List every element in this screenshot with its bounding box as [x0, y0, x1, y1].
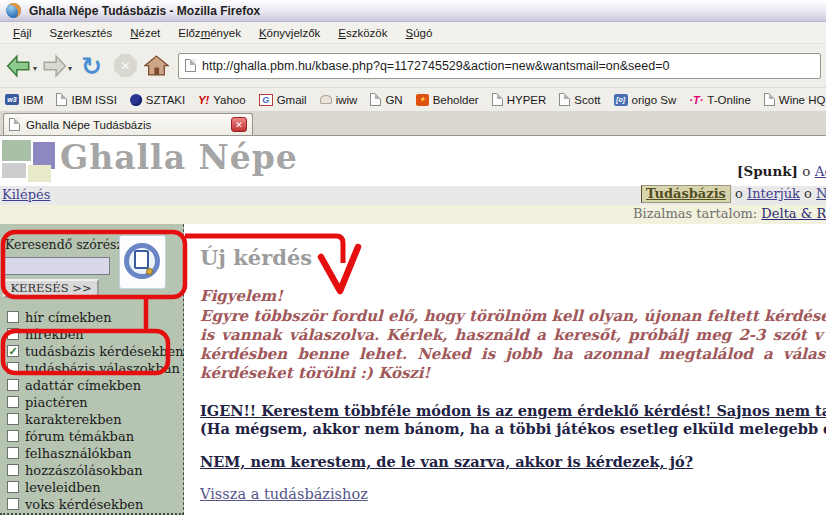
bookmark-origo[interactable]: [o]origo Sw: [614, 94, 677, 106]
search-button[interactable]: KERESÉS >>: [3, 279, 99, 298]
search-scope-list: hír címekben hírekben ✓tudásbázis kérdés…: [0, 309, 183, 513]
menu-bookmarks[interactable]: Könyvjelzők: [250, 24, 329, 42]
checkbox-checked[interactable]: ✓: [7, 345, 19, 357]
bookmark-scott[interactable]: Scott: [559, 93, 600, 106]
bookmarks-toolbar: w3IBM IBM ISSI SZTAKI Y!Yahoo GGmail iwi…: [0, 87, 826, 111]
home-button[interactable]: [144, 55, 169, 76]
checkbox-hozzaszolasokban[interactable]: hozzászólásokban: [0, 462, 183, 479]
checkbox[interactable]: [7, 464, 19, 476]
globe-icon: [130, 94, 142, 106]
page-icon: [764, 93, 775, 106]
nav-tudasbazis-active[interactable]: Tudásbázis: [641, 185, 731, 203]
checkbox-piacteren[interactable]: piactéren: [0, 394, 183, 411]
bookmark-ibm[interactable]: w3IBM: [5, 94, 43, 106]
bookmark-sztaki[interactable]: SZTAKI: [130, 94, 185, 106]
navigation-toolbar: ▾ ▾ ↻ ✕ http://ghalla.pbm.hu/kbase.php?q…: [0, 44, 826, 87]
search-sidebar: Keresendő szórész: KERESÉS >> hír címekb…: [0, 224, 184, 515]
checkbox[interactable]: [7, 430, 19, 442]
window-title: Ghalla Népe Tudásbázis - Mozilla Firefox: [29, 4, 260, 18]
checkbox[interactable]: [7, 481, 19, 493]
checkbox-voks-kerdesekben[interactable]: voks kérdésekben: [0, 496, 183, 513]
checkbox-forum-temakban[interactable]: fórum témákban: [0, 428, 183, 445]
tab-ghalla-nepe[interactable]: Ghalla Népe Tudásbázis ✕: [3, 113, 253, 135]
bookmark-iwiw[interactable]: iwiw: [320, 94, 358, 106]
menu-file[interactable]: Fájl: [4, 24, 41, 42]
page-icon: [9, 118, 20, 131]
bookmark-gn[interactable]: GN: [370, 93, 402, 106]
checkbox-tudasbazis-valaszokban[interactable]: tudásbázis válaszokban: [0, 360, 183, 377]
site-header: Ghalla Népe [Spunk] o Ad: [0, 136, 826, 186]
menu-history[interactable]: Előzmények: [169, 24, 250, 42]
checkbox[interactable]: [7, 362, 19, 374]
reload-icon[interactable]: ↻: [81, 53, 102, 79]
yes-searched-link[interactable]: IGEN!! Kerestem többféle módon is az eng…: [200, 402, 826, 419]
title-bar[interactable]: Ghalla Népe Tudásbázis - Mozilla Firefox: [0, 0, 826, 22]
no-searched-link[interactable]: NEM, nem kerestem, de le van szarva, akk…: [200, 453, 693, 471]
bookmark-winehq[interactable]: Wine HQ: [764, 93, 826, 106]
nav-interjuk-link[interactable]: Interjúk: [747, 186, 800, 201]
search-input[interactable]: [4, 257, 110, 275]
delta-rss-link[interactable]: Delta & RSS: [761, 206, 826, 221]
content-area: Keresendő szórész: KERESÉS >> hír címekb…: [0, 224, 826, 521]
checkbox-adattar-cimekben[interactable]: adattár címekben: [0, 377, 183, 394]
bookmark-hyper[interactable]: HYPER: [492, 93, 547, 106]
forward-arrow-icon: [41, 54, 67, 78]
page-icon: [56, 93, 67, 106]
t-online-icon: ·T·: [689, 94, 703, 106]
checkbox-leveleidben[interactable]: leveleidben: [0, 479, 183, 496]
checkbox[interactable]: [7, 447, 19, 459]
user-data-link[interactable]: Ad: [815, 163, 826, 179]
bookmark-yahoo[interactable]: Y!Yahoo: [198, 94, 245, 106]
bookmark-beholder[interactable]: ✦Beholder: [416, 94, 479, 106]
forward-dropdown-icon[interactable]: ▾: [68, 64, 72, 73]
close-icon[interactable]: ✕: [231, 117, 247, 132]
logo-square-cream: [28, 165, 51, 182]
back-arrow-icon: [6, 54, 32, 78]
yes-note: (Ha mégsem, akkor nem bánom, ha a többi …: [200, 420, 826, 437]
w3-icon: w3: [5, 94, 19, 105]
web-page: Ghalla Népe [Spunk] o Ad Kilépés Tudásbá…: [0, 136, 826, 521]
username: [Spunk]: [737, 163, 798, 179]
checkbox-hirekben[interactable]: hírekben: [0, 326, 183, 343]
firefox-icon: [6, 3, 21, 18]
logout-link[interactable]: Kilépés: [2, 187, 50, 202]
checkbox[interactable]: [7, 379, 19, 391]
gmail-icon: G: [259, 94, 273, 106]
bookmark-tonline[interactable]: ·T·T-Online: [689, 94, 751, 106]
checkbox[interactable]: [7, 396, 19, 408]
search-document-icon: [119, 235, 166, 289]
menu-help[interactable]: Súgó: [397, 24, 442, 42]
site-logo: Ghalla Népe: [60, 138, 298, 177]
choice-links: IGEN!! Kerestem többféle módon is az eng…: [200, 402, 826, 503]
document-sheet-icon: [134, 250, 149, 269]
page-title: Új kérdés: [200, 245, 826, 270]
url-bar[interactable]: http://ghalla.pbm.hu/kbase.php?q=1172745…: [178, 53, 821, 79]
checkbox[interactable]: [7, 328, 19, 340]
back-to-kb-link[interactable]: Vissza a tudásbázishoz: [200, 485, 368, 503]
menu-edit[interactable]: Szerkesztés: [41, 24, 122, 42]
trust-label: Bizalmas tartalom:: [633, 206, 757, 221]
main-content: Új kérdés Figyelem! Egyre többször fordu…: [184, 224, 826, 521]
warning-title: Figyelem!: [200, 287, 826, 306]
bookmark-ibm-issi[interactable]: IBM ISSI: [56, 93, 116, 106]
browser-window: Ghalla Népe Tudásbázis - Mozilla Firefox…: [0, 0, 826, 522]
back-button[interactable]: [6, 54, 32, 78]
beholder-icon: ✦: [416, 94, 429, 106]
checkbox-karakterekben[interactable]: karakterekben: [0, 411, 183, 428]
checkbox-felhasznalokban[interactable]: felhasználókban: [0, 445, 183, 462]
checkbox-hir-cimekben[interactable]: hír címekben: [0, 309, 183, 326]
back-dropdown-icon[interactable]: ▾: [33, 64, 37, 73]
forward-button[interactable]: [41, 54, 67, 78]
checkbox[interactable]: [7, 413, 19, 425]
checkbox[interactable]: [7, 498, 19, 510]
page-icon: [559, 93, 570, 106]
bookmark-gmail[interactable]: GGmail: [259, 94, 307, 106]
stop-icon[interactable]: ✕: [114, 54, 137, 77]
checkbox-tudasbazis-kerdesekben[interactable]: ✓tudásbázis kérdésekben: [0, 343, 183, 360]
nav-naptar-link[interactable]: Nap: [816, 186, 826, 201]
checkbox[interactable]: [7, 311, 19, 323]
admin-warning: Figyelem! Egyre többször fordul elő, hog…: [200, 287, 826, 383]
menu-view[interactable]: Nézet: [121, 24, 169, 42]
menu-bar: Fájl Szerkesztés Nézet Előzmények Könyvj…: [0, 22, 826, 44]
menu-tools[interactable]: Eszközök: [329, 24, 396, 42]
